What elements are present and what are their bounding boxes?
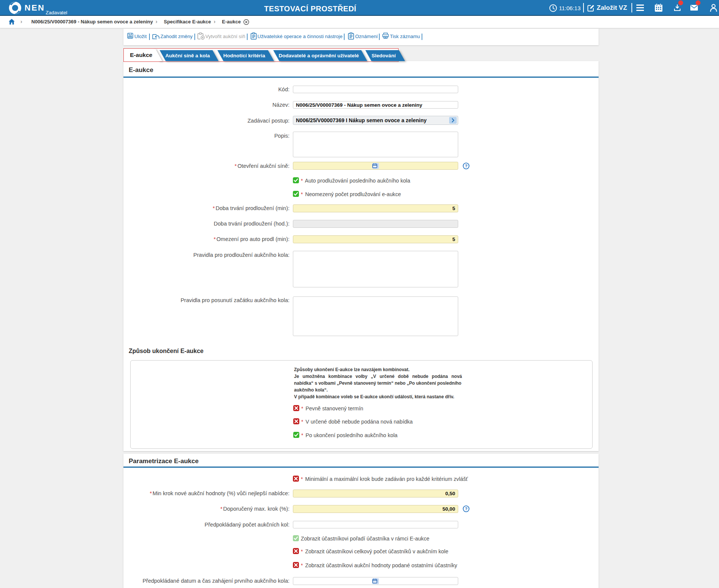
- svg-text:?: ?: [465, 507, 468, 511]
- svg-text:?: ?: [465, 164, 468, 168]
